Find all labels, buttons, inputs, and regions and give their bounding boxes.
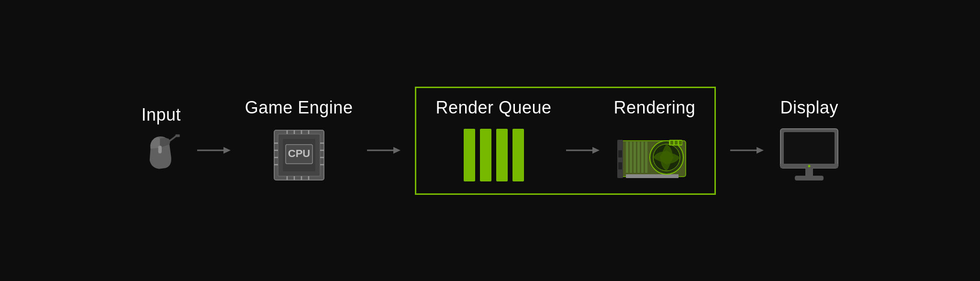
svg-rect-0 — [158, 146, 161, 153]
arrow-3 — [552, 143, 614, 157]
monitor-icon — [778, 126, 840, 184]
render-queue-icon — [464, 126, 524, 184]
rendering-stage: Rendering — [614, 98, 696, 184]
arrow-2 — [353, 143, 415, 157]
svg-marker-48 — [757, 147, 764, 154]
svg-text:CPU: CPU — [288, 147, 310, 159]
svg-rect-39 — [634, 142, 636, 173]
svg-rect-41 — [641, 142, 644, 173]
mouse-icon — [140, 134, 183, 177]
input-stage: Input — [140, 105, 183, 177]
svg-rect-44 — [670, 141, 673, 145]
svg-marker-28 — [592, 147, 600, 154]
svg-rect-52 — [795, 176, 824, 180]
svg-marker-3 — [223, 147, 231, 154]
game-engine-stage: Game Engine CPU — [245, 98, 353, 184]
svg-rect-31 — [618, 150, 622, 157]
svg-rect-38 — [630, 142, 632, 173]
gpu-icon — [616, 126, 693, 184]
svg-rect-46 — [679, 141, 682, 145]
cpu-icon: CPU — [270, 126, 328, 184]
svg-rect-33 — [626, 174, 679, 178]
queue-bar-3 — [496, 129, 508, 181]
queue-bars — [464, 126, 524, 184]
svg-marker-26 — [393, 147, 401, 154]
render-queue-stage: Render Queue — [435, 98, 551, 184]
svg-rect-1 — [175, 134, 179, 136]
svg-rect-40 — [637, 142, 640, 173]
svg-rect-45 — [675, 141, 678, 145]
svg-rect-32 — [618, 162, 622, 169]
input-label: Input — [141, 105, 181, 125]
svg-rect-50 — [784, 132, 835, 165]
svg-rect-51 — [805, 168, 813, 177]
rendering-label: Rendering — [614, 98, 696, 118]
svg-rect-37 — [626, 142, 628, 173]
svg-rect-42 — [645, 142, 647, 173]
display-stage: Display — [778, 98, 840, 184]
queue-bar-1 — [464, 129, 475, 181]
display-label: Display — [780, 98, 838, 118]
svg-point-54 — [808, 165, 811, 167]
queue-bar-4 — [512, 129, 524, 181]
arrow-4 — [716, 143, 778, 157]
arrow-1 — [183, 143, 245, 157]
highlighted-pipeline-box: Render Queue Rendering — [415, 87, 716, 195]
render-queue-label: Render Queue — [435, 98, 551, 118]
pipeline-diagram: Input Game Engine — [0, 87, 980, 195]
queue-bar-2 — [480, 129, 491, 181]
svg-rect-30 — [617, 140, 623, 178]
game-engine-label: Game Engine — [245, 98, 353, 118]
